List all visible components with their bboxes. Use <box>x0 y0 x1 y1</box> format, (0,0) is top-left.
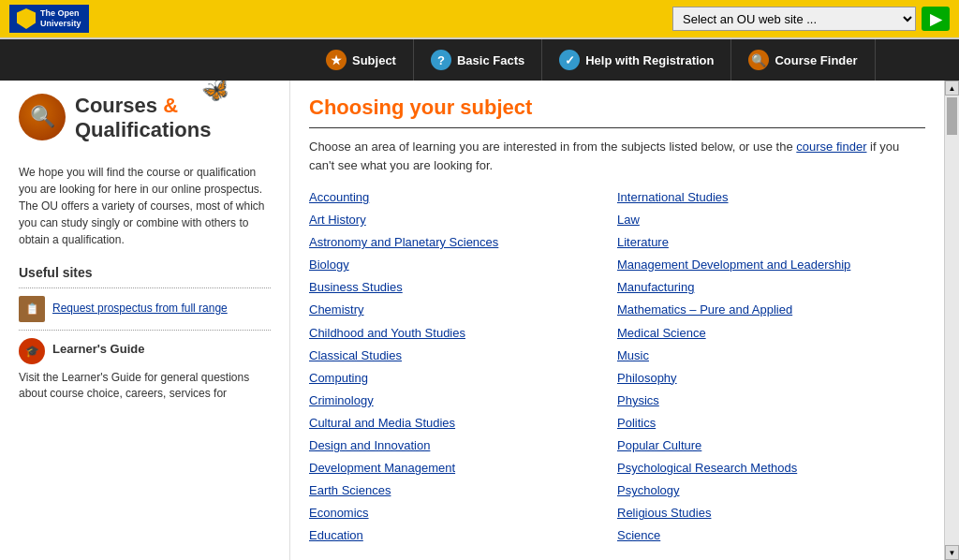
nav-subject[interactable]: ★ Subject <box>309 39 414 81</box>
header-right: Select an OU web site ... ▶ <box>672 7 950 31</box>
nav-basic-facts-label: Basic Facts <box>457 53 524 67</box>
learner-guide-item[interactable]: 🎓 Learner's Guide <box>19 338 271 364</box>
magnifier-icon: 🔍 <box>19 94 66 140</box>
right-subject-link[interactable]: Manufacturing <box>617 277 925 298</box>
subjects-columns: AccountingArt HistoryAstronomy and Plane… <box>309 187 925 547</box>
left-subject-link[interactable]: Business Studies <box>309 277 617 298</box>
title-divider <box>309 127 925 128</box>
right-subjects-column: International StudiesLawLiteratureManage… <box>617 187 925 547</box>
left-subject-link[interactable]: Chemistry <box>309 300 617 320</box>
ou-logo: The OpenUniversity <box>9 5 89 33</box>
left-subject-link[interactable]: Cultural and Media Studies <box>309 413 617 434</box>
course-finder-link[interactable]: course finder <box>796 140 866 154</box>
right-subject-link[interactable]: Medical Science <box>617 323 925 344</box>
learner-guide-icon: 🎓 <box>19 338 45 364</box>
help-icon: ✓ <box>559 50 580 70</box>
subject-icon: ★ <box>326 50 347 70</box>
courses-qualifications-title: Courses & Qualifications <box>75 94 211 143</box>
learner-guide-desc: Visit the Learner's Guide for general qu… <box>19 370 271 402</box>
left-subject-link[interactable]: Design and Innovation <box>309 435 617 456</box>
right-subject-link[interactable]: Music <box>617 346 925 366</box>
nav-course-finder-label: Course Finder <box>775 53 857 67</box>
prospectus-link-item[interactable]: 📋 Request prospectus from full range <box>19 296 271 322</box>
scroll-down-button[interactable]: ▼ <box>945 545 959 560</box>
left-subject-link[interactable]: Earth Sciences <box>309 480 617 501</box>
content-area: Choosing your subject Choose an area of … <box>290 81 944 560</box>
left-subjects-column: AccountingArt HistoryAstronomy and Plane… <box>309 187 617 547</box>
course-finder-icon: 🔍 <box>748 50 769 70</box>
intro-text: Choose an area of learning you are inter… <box>309 138 925 174</box>
scrollbar[interactable]: ▲ ▼ <box>944 81 959 560</box>
right-subject-link[interactable]: Psychological Research Methods <box>617 458 925 479</box>
left-subject-link[interactable]: Astronomy and Planetary Sciences <box>309 232 617 253</box>
prospectus-link[interactable]: Request prospectus from full range <box>52 302 228 317</box>
page-title: Choosing your subject <box>309 96 925 120</box>
right-subject-link[interactable]: Law <box>617 210 925 230</box>
scroll-up-button[interactable]: ▲ <box>945 81 959 96</box>
right-subject-link[interactable]: Management Development and Leadership <box>617 255 925 275</box>
logo-shield-icon <box>17 8 36 29</box>
site-select-dropdown[interactable]: Select an OU web site ... <box>672 7 916 31</box>
right-subject-link[interactable]: Mathematics – Pure and Applied <box>617 300 925 320</box>
header: The OpenUniversity Select an OU web site… <box>0 0 959 39</box>
left-subject-link[interactable]: Economics <box>309 503 617 523</box>
left-subject-link[interactable]: Biology <box>309 255 617 275</box>
right-subject-link[interactable]: Popular Culture <box>617 435 925 456</box>
logo-box: The OpenUniversity <box>9 5 89 33</box>
basic-facts-icon: ? <box>431 50 451 70</box>
left-subject-link[interactable]: Computing <box>309 368 617 389</box>
left-subject-link[interactable]: Art History <box>309 210 617 230</box>
left-subject-link[interactable]: Development Management <box>309 458 617 479</box>
divider-1 <box>19 287 271 288</box>
right-subject-link[interactable]: Science <box>617 525 925 546</box>
nav-help-label: Help with Registration <box>585 53 714 67</box>
right-subject-link[interactable]: Psychology <box>617 480 925 501</box>
prospectus-icon: 📋 <box>19 296 45 322</box>
left-subject-link[interactable]: Classical Studies <box>309 346 617 366</box>
nav-help[interactable]: ✓ Help with Registration <box>542 39 731 81</box>
scroll-track[interactable] <box>945 96 959 545</box>
scroll-thumb[interactable] <box>947 97 957 135</box>
butterfly-icon: 🦋 <box>199 81 232 106</box>
sidebar: 🔍 🦋 Courses & Qualifications We hope you… <box>0 81 290 560</box>
main-area: 🔍 🦋 Courses & Qualifications We hope you… <box>0 81 959 560</box>
learner-guide-content: Learner's Guide <box>52 342 144 360</box>
nav-subject-label: Subject <box>352 53 396 67</box>
divider-2 <box>19 330 271 331</box>
useful-sites-heading: Useful sites <box>19 265 271 280</box>
right-subject-link[interactable]: Religious Studies <box>617 503 925 523</box>
right-subject-link[interactable]: Philosophy <box>617 368 925 389</box>
left-subject-link[interactable]: Childhood and Youth Studies <box>309 323 617 344</box>
left-subject-link[interactable]: Criminology <box>309 391 617 411</box>
left-subject-link[interactable]: Education <box>309 525 617 546</box>
logo-text: The OpenUniversity <box>40 8 81 29</box>
right-subject-link[interactable]: Physics <box>617 391 925 411</box>
learner-guide-title[interactable]: Learner's Guide <box>52 342 144 356</box>
right-subject-link[interactable]: Politics <box>617 413 925 434</box>
go-button[interactable]: ▶ <box>922 7 950 31</box>
right-subject-link[interactable]: Literature <box>617 232 925 253</box>
left-subject-link[interactable]: Accounting <box>309 187 617 208</box>
right-subject-link[interactable]: International Studies <box>617 187 925 208</box>
sidebar-description: We hope you will find the course or qual… <box>19 164 271 248</box>
nav-basic-facts[interactable]: ? Basic Facts <box>414 39 542 81</box>
navbar: ★ Subject ? Basic Facts ✓ Help with Regi… <box>0 39 959 81</box>
nav-course-finder[interactable]: 🔍 Course Finder <box>731 39 875 81</box>
